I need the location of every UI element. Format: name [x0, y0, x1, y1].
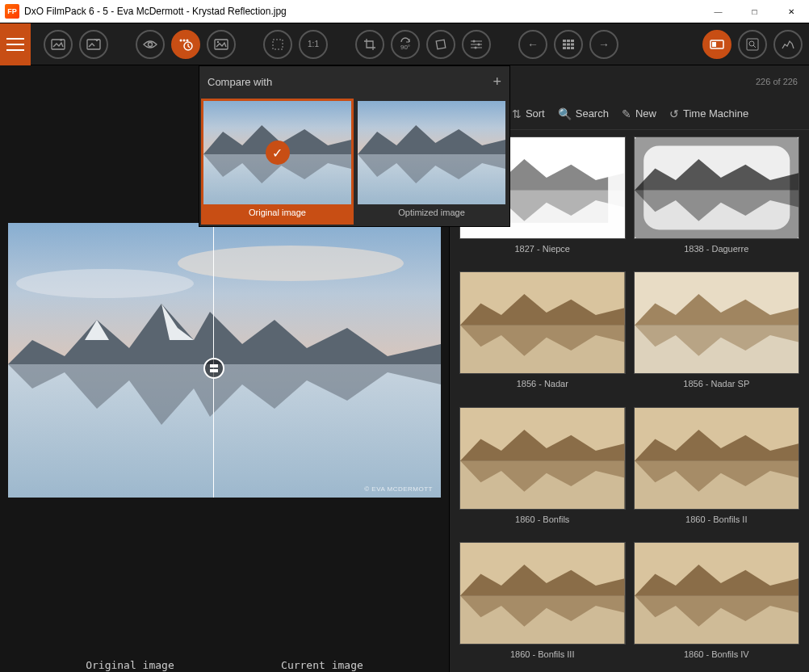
preset-item[interactable]: 1856 - Nadar SP	[634, 271, 800, 395]
split-compare-view[interactable]: © EVA MCDERMOTT	[8, 223, 441, 498]
preset-thumbnail	[459, 407, 626, 510]
check-icon: ✓	[266, 141, 290, 165]
svg-point-8	[217, 40, 219, 42]
svg-point-11	[473, 40, 476, 42]
svg-rect-1	[87, 40, 100, 49]
svg-rect-16	[571, 40, 574, 42]
preset-thumbnail	[634, 407, 800, 510]
svg-point-3	[180, 39, 182, 41]
toolbar: 1:1 90° ← →	[0, 23, 809, 65]
svg-rect-24	[712, 42, 716, 47]
svg-point-4	[183, 39, 186, 41]
preset-label: 1860 - Bonfils III	[510, 649, 575, 659]
hamburger-menu-button[interactable]	[0, 23, 31, 65]
preset-item[interactable]: 1860 - Bonfils IV	[634, 542, 800, 666]
compare-header: Compare with +	[199, 66, 509, 97]
svg-point-12	[478, 43, 480, 45]
nav-next-button[interactable]: →	[589, 30, 618, 59]
svg-rect-17	[563, 43, 566, 45]
preset-thumbnail	[634, 542, 800, 645]
compare-title: Compare with	[207, 76, 272, 88]
viewer-label-right: Current image	[281, 659, 363, 671]
viewer-labels: Original image Current image	[0, 498, 449, 672]
preset-label: 1860 - Bonfils	[515, 514, 569, 524]
preset-label: 1856 - Nadar	[517, 379, 568, 388]
preset-label: 1860 - Bonfils IV	[684, 649, 749, 659]
zoom-11-button[interactable]: 1:1	[299, 30, 328, 59]
snapshot-button[interactable]	[207, 30, 236, 59]
new-icon: ✎	[622, 107, 631, 120]
straighten-button[interactable]	[426, 30, 455, 59]
svg-point-13	[475, 46, 477, 48]
preset-thumbnail	[459, 542, 626, 645]
preset-thumbnail	[634, 271, 800, 374]
nav-prev-button[interactable]: ←	[518, 30, 547, 59]
svg-rect-22	[571, 47, 574, 49]
compare-add-button[interactable]: +	[493, 74, 501, 90]
svg-rect-19	[571, 43, 574, 45]
svg-rect-32	[210, 369, 218, 372]
preview-toggle-button[interactable]	[136, 30, 165, 59]
svg-rect-15	[567, 40, 570, 42]
tab-search[interactable]: 🔍Search	[558, 107, 609, 120]
open-image-button[interactable]	[44, 30, 73, 59]
compare-panel: Compare with + ✓ Original image	[199, 65, 510, 227]
preset-item[interactable]: 1860 - Bonfils	[459, 407, 626, 531]
compare-thumb-original[interactable]: ✓ Original image	[201, 99, 354, 225]
svg-point-2	[149, 42, 153, 46]
window-controls: — □ ✕	[700, 0, 809, 23]
save-image-button[interactable]	[79, 30, 108, 59]
window-maximize-button[interactable]: □	[736, 0, 773, 23]
svg-point-5	[187, 39, 189, 41]
rotate-button[interactable]: 90°	[391, 30, 420, 59]
preset-label: 1856 - Nadar SP	[683, 379, 749, 388]
svg-rect-31	[210, 364, 218, 368]
preset-item[interactable]: 1838 - Daguerre	[634, 136, 800, 260]
preset-label: 1838 - Daguerre	[684, 244, 748, 254]
panel-histogram-button[interactable]	[773, 30, 803, 59]
svg-rect-18	[567, 43, 570, 45]
svg-rect-0	[52, 40, 65, 49]
preset-item[interactable]: 1860 - Bonfils III	[459, 542, 626, 666]
viewer-label-left: Original image	[86, 659, 174, 671]
fit-button[interactable]	[263, 30, 292, 59]
sort-icon: ⇅	[512, 107, 522, 120]
window-titlebar: FP DxO FilmPack 6 - 5 - Eva McDermott - …	[0, 0, 809, 23]
svg-point-29	[178, 246, 404, 281]
preset-label: 1860 - Bonfils II	[685, 514, 747, 524]
window-close-button[interactable]: ✕	[773, 0, 809, 23]
watermark: © EVA MCDERMOTT	[364, 485, 433, 493]
sliders-button[interactable]	[462, 30, 491, 59]
svg-point-30	[16, 269, 194, 298]
svg-rect-9	[273, 40, 283, 49]
history-icon: ↺	[669, 107, 679, 120]
window-minimize-button[interactable]: —	[700, 0, 736, 23]
tab-timemachine[interactable]: ↺Time Machine	[669, 107, 748, 120]
svg-rect-14	[563, 40, 566, 42]
svg-rect-20	[563, 47, 566, 49]
preset-thumbnail	[634, 136, 800, 239]
panel-presets-button[interactable]	[702, 30, 731, 59]
svg-rect-25	[747, 39, 758, 50]
compare-thumb-optimized[interactable]: Optimized image	[355, 99, 508, 225]
compare-label-optimized: Optimized image	[358, 204, 505, 222]
tab-new[interactable]: ✎New	[622, 107, 656, 120]
preset-item[interactable]: 1856 - Nadar	[459, 271, 626, 395]
split-handle[interactable]	[203, 358, 224, 379]
window-title: DxO FilmPack 6 - 5 - Eva McDermott - Kry…	[24, 6, 700, 17]
panel-loupe-button[interactable]	[738, 30, 767, 59]
search-icon: 🔍	[558, 107, 572, 120]
grid-view-button[interactable]	[554, 30, 583, 59]
app-logo: FP	[5, 4, 19, 19]
compare-history-button[interactable]	[171, 30, 200, 59]
svg-rect-10	[436, 40, 446, 49]
preset-item[interactable]: 1860 - Bonfils II	[634, 407, 800, 531]
svg-rect-7	[215, 40, 228, 49]
crop-button[interactable]	[355, 30, 384, 59]
main-area: © EVA MCDERMOTT Original image Current i…	[0, 65, 809, 672]
preset-thumbnail	[459, 271, 626, 374]
compare-label-original: Original image	[203, 204, 351, 222]
preset-label: 1827 - Niepce	[515, 244, 571, 254]
tab-sort[interactable]: ⇅Sort	[512, 107, 545, 120]
svg-rect-21	[567, 47, 570, 49]
